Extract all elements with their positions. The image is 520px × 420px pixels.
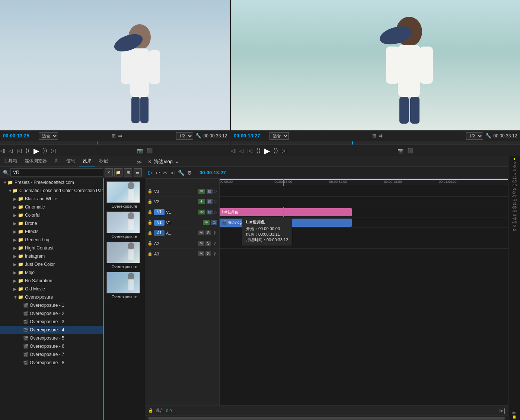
tree-item-colorful[interactable]: ▶📁Colorful: [0, 211, 103, 219]
rpb-btn-fwd[interactable]: ⟩⟩: [274, 147, 278, 154]
tab-library[interactable]: 库: [51, 156, 63, 166]
left-fit-select[interactable]: 适合: [39, 132, 58, 140]
left-ratio-select[interactable]: 1/2: [176, 132, 193, 140]
preset-thumb-3[interactable]: Overexposure: [106, 242, 142, 269]
tree-item-mojo[interactable]: ▶📁Mojo: [0, 268, 103, 277]
tree-item-ov1[interactable]: 🎬Overexposure - 1: [0, 301, 103, 309]
preset-thumb-2[interactable]: Overexposure: [106, 211, 142, 239]
tree-folder-icon-bw: 📁: [18, 196, 23, 201]
rpb-btn-out[interactable]: ◁|: [231, 148, 236, 153]
pb-btn-step-back[interactable]: |◁: [16, 148, 21, 153]
track-v3-eye[interactable]: 👁: [198, 189, 205, 194]
tree-item-drone[interactable]: ▶📁Drone: [0, 219, 103, 228]
pb-btn-out[interactable]: ◁|: [0, 148, 5, 153]
tree-item-nosat[interactable]: ▶📁No Saturation: [0, 277, 103, 285]
track-v1-toggle[interactable]: V1: [154, 209, 165, 215]
rpb-btn-step-back[interactable]: |◁: [247, 148, 252, 153]
tab-media[interactable]: 媒体浏览器: [21, 156, 51, 166]
right-ratio-select[interactable]: 1/2: [466, 132, 483, 140]
tl-tool-ripple[interactable]: ↩: [156, 170, 160, 176]
tree-item-ov5[interactable]: 🎬Overexposure - 5: [0, 334, 103, 342]
tree-item-presets-root[interactable]: ▼📁Presets - Freevideoeffect.com: [0, 178, 103, 187]
tl-tool-slip[interactable]: ⊲: [170, 170, 175, 176]
tree-item-bw[interactable]: ▶📁Black and White: [0, 195, 103, 203]
track-v3-box[interactable]: ⊡: [207, 189, 213, 194]
timeline-scrollbar[interactable]: [145, 416, 508, 420]
tree-item-oldmovie[interactable]: ▶📁Old Movie: [0, 285, 103, 293]
track-a1-toggle[interactable]: A1: [154, 230, 165, 236]
track-a1-m[interactable]: M: [198, 230, 204, 235]
track-v3-lock[interactable]: 🔒: [147, 189, 153, 194]
tree-item-instagram[interactable]: ▶📁Instagram: [0, 252, 103, 260]
rpb-btn-more[interactable]: ⬛: [407, 148, 413, 153]
tl-tool-settings[interactable]: ⚙: [187, 170, 192, 176]
tree-item-cinematic2[interactable]: ▶📁Cinematic: [0, 203, 103, 211]
tree-item-ov7[interactable]: 🎬Overexposure - 7: [0, 350, 103, 359]
rpb-btn-step-fwd[interactable]: ▷|: [282, 148, 287, 153]
pb-btn-prev[interactable]: ◁: [9, 148, 13, 154]
tab-more[interactable]: ≫: [134, 158, 145, 166]
mix-end-btn[interactable]: ⊳|: [499, 408, 505, 414]
tree-item-effects[interactable]: ▶📁Effects: [0, 228, 103, 236]
preset-thumb-1[interactable]: Overexposure: [106, 181, 142, 209]
preset-thumb-4[interactable]: Overexposure: [106, 272, 142, 299]
tab-marks[interactable]: 标记: [95, 156, 112, 166]
search-folder-btn[interactable]: 📁: [114, 168, 122, 176]
track-a3-s[interactable]: S: [205, 251, 211, 256]
tree-item-ov3[interactable]: 🎬Overexposure - 3: [0, 318, 103, 326]
track-v2-eye[interactable]: 👁: [198, 199, 205, 204]
rpb-btn-play[interactable]: ▶: [264, 146, 270, 155]
rpb-btn-prev[interactable]: ◁: [239, 148, 243, 154]
track-a1-s[interactable]: S: [205, 230, 211, 235]
svg-rect-9: [386, 47, 399, 84]
left-timecode: 00:00:13:25: [3, 133, 36, 139]
tree-item-justone[interactable]: ▶📁Just One Color: [0, 260, 103, 268]
tree-item-generic[interactable]: ▶📁Generic Log: [0, 236, 103, 244]
tree-arrow-mojo: ▶: [13, 270, 18, 275]
pb-btn-step-fwd[interactable]: ▷|: [51, 148, 56, 153]
track-v2-lock[interactable]: 🔒: [147, 199, 153, 204]
tree-item-ov4[interactable]: 🎬Overexposure - 4: [0, 326, 103, 334]
tree-item-overexposure[interactable]: ▼📁Overexposure: [0, 293, 103, 301]
left-wrench-icon[interactable]: 🔧: [195, 133, 201, 139]
tl-tool-razor[interactable]: ✂: [163, 170, 168, 176]
pb-btn-more[interactable]: ⬛: [147, 148, 153, 153]
track-v2-box[interactable]: ⊡: [207, 199, 213, 204]
search-clear-btn[interactable]: ×: [105, 168, 113, 176]
tab-toolbox[interactable]: 工具箱: [0, 156, 21, 166]
tree-item-ov2[interactable]: 🎬Overexposure - 2: [0, 309, 103, 318]
track-v1-eye[interactable]: 👁: [198, 210, 205, 214]
pb-btn-rewind[interactable]: ⟨⟨: [25, 147, 30, 154]
rpb-btn-cam[interactable]: 📷: [398, 148, 403, 153]
right-fit-select[interactable]: 适合: [269, 132, 289, 140]
timeline-close[interactable]: ×: [148, 159, 151, 165]
right-wrench-icon[interactable]: 🔧: [485, 133, 491, 139]
track-a3-m[interactable]: M: [198, 251, 204, 256]
db-0: -0: [513, 161, 516, 165]
db-48: -48: [512, 220, 517, 224]
tree-item-cinematic[interactable]: ▼📁Cinematic Looks and Color Correction P…: [0, 187, 103, 195]
track-v1-box[interactable]: ⊡: [207, 210, 213, 214]
track-a2-m[interactable]: M: [198, 241, 204, 246]
tree-item-hight[interactable]: ▶📁Hight Contrast: [0, 244, 103, 252]
tab-effects[interactable]: 效果: [79, 156, 95, 166]
track-a2-s[interactable]: S: [205, 241, 211, 246]
pb-btn-play[interactable]: ▶: [34, 146, 39, 155]
pb-btn-cam[interactable]: 📷: [137, 148, 143, 153]
tab-info[interactable]: 信息: [63, 156, 79, 166]
rpb-btn-rewind[interactable]: ⟨⟨: [256, 147, 261, 154]
search-list-btn[interactable]: ☰: [134, 168, 142, 176]
track-a1-lock[interactable]: 🔒: [147, 230, 153, 235]
tree-item-ov6[interactable]: 🎬Overexposure - 6: [0, 342, 103, 350]
tl-tool-select[interactable]: ▷: [148, 169, 153, 176]
tl-tool-pen[interactable]: 🔧: [178, 170, 184, 176]
clip-lut[interactable]: Lut包调色: [220, 208, 352, 216]
search-input[interactable]: [10, 168, 103, 176]
track-v1b-eye[interactable]: 👁: [203, 220, 210, 225]
track-v1-lock[interactable]: 🔒: [147, 210, 153, 214]
tree-item-ov8[interactable]: 🎬Overexposure - 8: [0, 359, 103, 367]
search-grid-btn[interactable]: ⊞: [124, 168, 132, 176]
tree-file-icon-ov3: 🎬: [23, 319, 28, 324]
track-v1b-box[interactable]: ⊡: [211, 220, 217, 225]
pb-btn-fwd[interactable]: ⟩⟩: [43, 147, 47, 154]
